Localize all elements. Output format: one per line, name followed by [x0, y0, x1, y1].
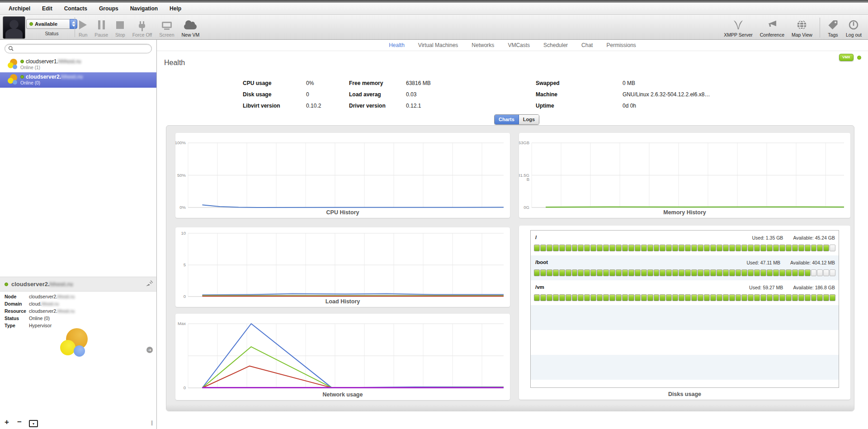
user-avatar[interactable]	[3, 16, 25, 39]
redacted-hostname: hhost.ru	[42, 301, 59, 306]
roster-item-cloudserver1[interactable]: cloudserver1.hhhost.ruOnline (1)	[0, 57, 156, 72]
network-usage-chart: Max0Network usage	[175, 314, 510, 400]
menu-navigation[interactable]: Navigation	[124, 5, 164, 12]
tab-virtual-machines[interactable]: Virtual Machines	[418, 42, 458, 48]
roster-filter-button[interactable]: ▾	[29, 420, 38, 427]
info-row-node: Nodecloudserver2.hhost.ru	[0, 294, 156, 301]
stat-label-cpu-usage: CPU usage	[243, 80, 306, 86]
network-usage-plot: Max0	[175, 314, 510, 400]
stat-value-disk-usage: 0	[306, 91, 349, 98]
toolbar-xmpp-server-button[interactable]: XMPP Server	[724, 17, 752, 38]
toolbar-new-vm-button[interactable]: New VM	[182, 17, 200, 38]
toggle-logs[interactable]: Logs	[519, 115, 539, 124]
info-value: cloudserver2.hhost.ru	[29, 294, 75, 299]
toolbar-log-out-button[interactable]: Log out	[846, 17, 862, 38]
roster-item-cloudserver2[interactable]: cloudserver2.hhost.ruOnline (0)	[0, 72, 156, 88]
toolbar-button-label: Screen	[159, 32, 174, 38]
menu-archipel[interactable]: Archipel	[3, 5, 36, 12]
svg-text:50%: 50%	[177, 173, 186, 178]
vmx-tag-badge[interactable]: VMX	[839, 54, 854, 61]
stat-value-cpu-usage: 0%	[306, 80, 349, 86]
menu-help[interactable]: Help	[164, 5, 187, 12]
toolbar-screen-button[interactable]: Screen	[159, 17, 174, 38]
disk-empty-stripe	[531, 330, 839, 355]
stat-value-machine: GNU/Linux 2.6.32-504.12.2.el6.x8…	[623, 91, 758, 98]
cpu-history-title: CPU History	[175, 209, 510, 216]
toolbar-button-label: Force Off	[132, 32, 152, 38]
info-label: Status	[5, 316, 19, 321]
stat-value-uptime: 0d 0h	[623, 103, 758, 109]
disk-mount-point: /	[535, 235, 537, 240]
series-load-blue	[202, 294, 504, 295]
disk-mount-point: /vm	[535, 284, 544, 290]
info-label: Node	[5, 294, 16, 299]
toolbar-conference-button[interactable]: Conference	[760, 17, 784, 38]
health-stats-table: CPU usage0%Free memory63816 MBSwapped0 M…	[243, 77, 758, 111]
disk-mount-point: /boot	[535, 259, 548, 265]
tab-chat[interactable]: Chat	[581, 42, 593, 48]
remove-contact-button[interactable]: −	[17, 418, 22, 427]
tab-permissions[interactable]: Permissions	[606, 42, 636, 48]
screen-icon	[162, 19, 172, 31]
redacted-hostname: hhost.ru	[50, 281, 73, 288]
toolbar-tags-button[interactable]: Tags	[827, 17, 839, 38]
disk-empty-stripe	[531, 380, 839, 388]
tab-vmcasts[interactable]: VMCasts	[508, 42, 530, 48]
disk-usage-bar	[534, 294, 835, 301]
tab-health[interactable]: Health	[389, 42, 405, 48]
stop-icon	[116, 19, 124, 31]
toolbar-force-off-button[interactable]: Force Off	[132, 17, 152, 38]
broadcast-icon	[145, 279, 153, 289]
disk-row-vm: /vmUsed: 59.27 MBAvailable: 186.8 GB	[531, 280, 839, 305]
toolbar-button-label: Conference	[760, 32, 784, 38]
toolbar-map-view-button[interactable]: Map View	[792, 17, 812, 38]
info-row-resource: Resourcecloudserver2.hhost.ru	[0, 308, 156, 316]
toolbar-separator	[75, 17, 75, 37]
stat-value-libvirt-version: 0.10.2	[306, 103, 349, 109]
toggle-charts[interactable]: Charts	[495, 115, 519, 124]
menu-contacts[interactable]: Contacts	[58, 5, 93, 12]
toolbar-run-button[interactable]: Run	[79, 17, 87, 38]
disk-usage-bar	[534, 245, 835, 251]
redacted-hostname: hhost.ru	[57, 294, 75, 299]
contact-status: Online (1)	[20, 65, 81, 70]
toolbar-stop-button[interactable]: Stop	[115, 17, 125, 38]
disk-available: Available: 45.24 GB	[793, 235, 835, 240]
info-value: cloud.hhost.ru	[29, 301, 59, 306]
toolbar-pause-button[interactable]: Pause	[94, 17, 108, 38]
memory-history-title: Memory History	[519, 209, 850, 216]
info-row-domain: Domaincloud.hhost.ru	[0, 301, 156, 308]
menu-edit[interactable]: Edit	[36, 5, 58, 12]
status-select[interactable]: Available	[26, 19, 70, 29]
redacted-hostname: hhost.ru	[57, 308, 75, 314]
toolbar-button-label: Tags	[828, 32, 838, 38]
toolbar-button-label: Log out	[846, 32, 862, 38]
tab-scheduler[interactable]: Scheduler	[543, 42, 568, 48]
tab-networks[interactable]: Networks	[472, 42, 494, 48]
load-history-chart: 1050Load History	[175, 227, 510, 307]
sidebar-resize-handle[interactable]: ∥	[151, 420, 154, 426]
new-vm-icon	[184, 19, 197, 31]
toolbar-separator	[820, 18, 820, 38]
search-input[interactable]	[16, 45, 151, 53]
stat-value-free-memory: 63816 MB	[406, 80, 536, 86]
disks-usage-title: Disks usage	[519, 391, 850, 397]
svg-text:31.5GB: 31.5GB	[519, 173, 529, 182]
cpu-history-plot: 100%50%0%	[175, 133, 510, 218]
sidebar: cloudserver1.hhhost.ruOnline (1)cloudser…	[0, 40, 157, 429]
disk-used: Used: 47.11 MB	[746, 260, 780, 265]
vmx-presence-dot	[857, 56, 861, 60]
status-stepper[interactable]	[70, 19, 77, 29]
contact-status: Online (0)	[20, 80, 83, 85]
show-details-button[interactable]: ➔	[146, 347, 153, 353]
search-box	[5, 44, 152, 53]
hypervisor-avatar	[54, 325, 104, 370]
charts-logs-toggle: ChartsLogs	[494, 114, 539, 125]
series-net-red	[202, 366, 504, 388]
add-contact-button[interactable]: +	[5, 418, 9, 427]
toolbar-button-label: New VM	[182, 32, 200, 38]
contact-info-title: cloudserver2.hhost.ru	[11, 281, 73, 288]
load-history-plot: 1050	[175, 227, 510, 307]
menu-groups[interactable]: Groups	[93, 5, 124, 12]
memory-history-chart: 63GB31.5GB0GMemory History	[519, 133, 850, 218]
